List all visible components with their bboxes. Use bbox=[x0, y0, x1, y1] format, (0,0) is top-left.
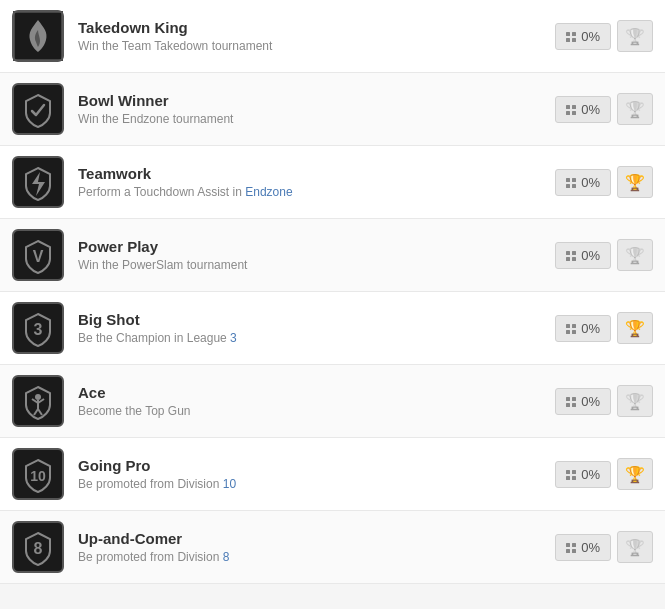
badge-icon-teamwork bbox=[12, 156, 64, 208]
achievement-info-big-shot: Big ShotBe the Champion in League 3 bbox=[78, 311, 541, 345]
badge-icon-up-and-comer: 8 bbox=[12, 521, 64, 573]
grid-icon bbox=[566, 102, 576, 117]
progress-text-up-and-comer: 0% bbox=[581, 540, 600, 555]
achievement-info-teamwork: TeamworkPerform a Touchdown Assist in En… bbox=[78, 165, 541, 199]
achievement-actions-teamwork: 0%🏆 bbox=[555, 166, 653, 198]
trophy-button-going-pro[interactable]: 🏆 bbox=[617, 458, 653, 490]
achievement-info-takedown-king: Takedown KingWin the Team Takedown tourn… bbox=[78, 19, 541, 53]
achievement-row-ace: AceBecome the Top Gun 0%🏆 bbox=[0, 365, 665, 438]
grid-icon bbox=[566, 467, 576, 482]
trophy-button-teamwork[interactable]: 🏆 bbox=[617, 166, 653, 198]
achievement-actions-bowl-winner: 0%🏆 bbox=[555, 93, 653, 125]
progress-text-going-pro: 0% bbox=[581, 467, 600, 482]
achievement-actions-power-play: 0%🏆 bbox=[555, 239, 653, 271]
badge-icon-ace bbox=[12, 375, 64, 427]
achievement-title-up-and-comer: Up-and-Comer bbox=[78, 530, 541, 547]
svg-text:10: 10 bbox=[30, 468, 46, 484]
trophy-icon: 🏆 bbox=[625, 465, 645, 484]
achievement-row-power-play: V Power PlayWin the PowerSlam tournament… bbox=[0, 219, 665, 292]
achievement-desc-takedown-king: Win the Team Takedown tournament bbox=[78, 39, 541, 53]
achievement-row-up-and-comer: 8 Up-and-ComerBe promoted from Division … bbox=[0, 511, 665, 584]
progress-badge-takedown-king[interactable]: 0% bbox=[555, 23, 611, 50]
trophy-icon: 🏆 bbox=[625, 538, 645, 557]
progress-text-takedown-king: 0% bbox=[581, 29, 600, 44]
achievement-row-bowl-winner: Bowl WinnerWin the Endzone tournament 0%… bbox=[0, 73, 665, 146]
achievement-actions-ace: 0%🏆 bbox=[555, 385, 653, 417]
achievement-info-up-and-comer: Up-and-ComerBe promoted from Division 8 bbox=[78, 530, 541, 564]
achievement-row-takedown-king: Takedown KingWin the Team Takedown tourn… bbox=[0, 0, 665, 73]
progress-text-ace: 0% bbox=[581, 394, 600, 409]
grid-icon bbox=[566, 540, 576, 555]
grid-icon bbox=[566, 29, 576, 44]
progress-badge-power-play[interactable]: 0% bbox=[555, 242, 611, 269]
achievement-actions-big-shot: 0%🏆 bbox=[555, 312, 653, 344]
progress-text-power-play: 0% bbox=[581, 248, 600, 263]
grid-icon bbox=[566, 175, 576, 190]
progress-badge-up-and-comer[interactable]: 0% bbox=[555, 534, 611, 561]
svg-text:3: 3 bbox=[34, 321, 43, 338]
progress-text-bowl-winner: 0% bbox=[581, 102, 600, 117]
achievement-title-power-play: Power Play bbox=[78, 238, 541, 255]
trophy-button-ace[interactable]: 🏆 bbox=[617, 385, 653, 417]
progress-badge-going-pro[interactable]: 0% bbox=[555, 461, 611, 488]
trophy-button-big-shot[interactable]: 🏆 bbox=[617, 312, 653, 344]
achievement-desc-bowl-winner: Win the Endzone tournament bbox=[78, 112, 541, 126]
achievement-info-power-play: Power PlayWin the PowerSlam tournament bbox=[78, 238, 541, 272]
achievement-row-teamwork: TeamworkPerform a Touchdown Assist in En… bbox=[0, 146, 665, 219]
trophy-icon: 🏆 bbox=[625, 173, 645, 192]
achievement-row-big-shot: 3 Big ShotBe the Champion in League 3 0%… bbox=[0, 292, 665, 365]
progress-text-teamwork: 0% bbox=[581, 175, 600, 190]
trophy-button-up-and-comer[interactable]: 🏆 bbox=[617, 531, 653, 563]
badge-icon-going-pro: 10 bbox=[12, 448, 64, 500]
badge-icon-bowl-winner bbox=[12, 83, 64, 135]
grid-icon bbox=[566, 321, 576, 336]
svg-text:8: 8 bbox=[34, 540, 43, 557]
achievement-info-bowl-winner: Bowl WinnerWin the Endzone tournament bbox=[78, 92, 541, 126]
trophy-icon: 🏆 bbox=[625, 246, 645, 265]
achievement-desc-power-play: Win the PowerSlam tournament bbox=[78, 258, 541, 272]
achievement-list: Takedown KingWin the Team Takedown tourn… bbox=[0, 0, 665, 584]
achievement-info-ace: AceBecome the Top Gun bbox=[78, 384, 541, 418]
svg-text:V: V bbox=[33, 248, 44, 265]
achievement-title-ace: Ace bbox=[78, 384, 541, 401]
achievement-title-bowl-winner: Bowl Winner bbox=[78, 92, 541, 109]
trophy-icon: 🏆 bbox=[625, 100, 645, 119]
grid-icon bbox=[566, 394, 576, 409]
progress-badge-ace[interactable]: 0% bbox=[555, 388, 611, 415]
badge-icon-power-play: V bbox=[12, 229, 64, 281]
achievement-title-teamwork: Teamwork bbox=[78, 165, 541, 182]
badge-icon-big-shot: 3 bbox=[12, 302, 64, 354]
achievement-actions-up-and-comer: 0%🏆 bbox=[555, 531, 653, 563]
progress-badge-big-shot[interactable]: 0% bbox=[555, 315, 611, 342]
achievement-desc-big-shot: Be the Champion in League 3 bbox=[78, 331, 541, 345]
achievement-desc-going-pro: Be promoted from Division 10 bbox=[78, 477, 541, 491]
progress-badge-bowl-winner[interactable]: 0% bbox=[555, 96, 611, 123]
achievement-actions-takedown-king: 0%🏆 bbox=[555, 20, 653, 52]
achievement-desc-teamwork: Perform a Touchdown Assist in Endzone bbox=[78, 185, 541, 199]
progress-badge-teamwork[interactable]: 0% bbox=[555, 169, 611, 196]
achievement-actions-going-pro: 0%🏆 bbox=[555, 458, 653, 490]
trophy-icon: 🏆 bbox=[625, 319, 645, 338]
achievement-desc-up-and-comer: Be promoted from Division 8 bbox=[78, 550, 541, 564]
trophy-button-takedown-king[interactable]: 🏆 bbox=[617, 20, 653, 52]
trophy-icon: 🏆 bbox=[625, 392, 645, 411]
achievement-desc-ace: Become the Top Gun bbox=[78, 404, 541, 418]
achievement-title-big-shot: Big Shot bbox=[78, 311, 541, 328]
grid-icon bbox=[566, 248, 576, 263]
achievement-info-going-pro: Going ProBe promoted from Division 10 bbox=[78, 457, 541, 491]
progress-text-big-shot: 0% bbox=[581, 321, 600, 336]
svg-point-11 bbox=[35, 394, 41, 400]
badge-icon-takedown-king bbox=[12, 10, 64, 62]
trophy-button-bowl-winner[interactable]: 🏆 bbox=[617, 93, 653, 125]
achievement-title-going-pro: Going Pro bbox=[78, 457, 541, 474]
achievement-row-going-pro: 10 Going ProBe promoted from Division 10… bbox=[0, 438, 665, 511]
trophy-icon: 🏆 bbox=[625, 27, 645, 46]
trophy-button-power-play[interactable]: 🏆 bbox=[617, 239, 653, 271]
achievement-title-takedown-king: Takedown King bbox=[78, 19, 541, 36]
